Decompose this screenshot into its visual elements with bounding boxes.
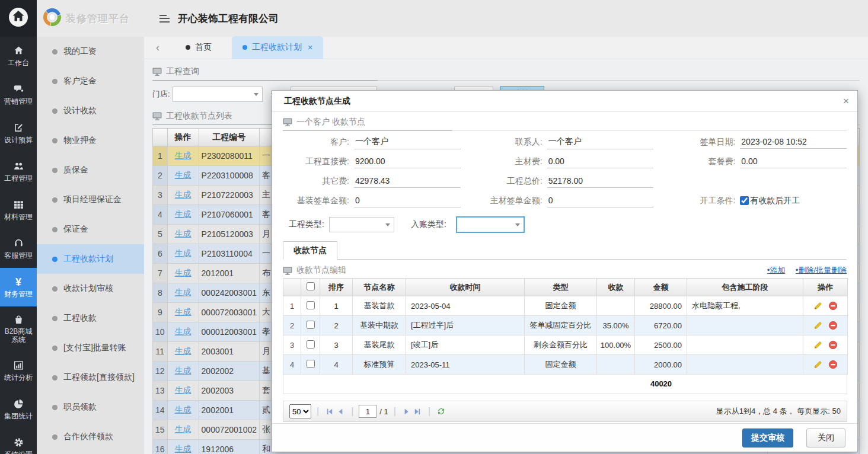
generate-link[interactable]: 生成 (175, 327, 192, 336)
submit-review-button[interactable]: 提交审核 (742, 429, 793, 447)
field-label: 主材签单金额: (476, 196, 542, 206)
generate-link[interactable]: 生成 (175, 366, 192, 375)
tabs-back-chevron[interactable]: ‹ (150, 36, 165, 59)
select-all-checkbox[interactable] (307, 282, 315, 290)
edit-icon[interactable] (813, 360, 822, 369)
sidebar-item[interactable]: 合作伙伴领款 (37, 422, 144, 452)
sidebar-item[interactable]: 物业押金 (37, 126, 144, 155)
sidebar-item[interactable]: [支付宝]批量转账 (37, 333, 144, 363)
row-checkbox[interactable] (307, 340, 315, 349)
generate-link[interactable]: 生成 (175, 346, 192, 356)
delete-icon[interactable] (828, 321, 838, 330)
start-condition-checkbox[interactable] (740, 196, 749, 205)
action-cell: 生成 (167, 205, 199, 225)
tab-home[interactable]: 首页 (175, 36, 222, 59)
edit-icon[interactable] (813, 301, 822, 311)
sidebar-item[interactable]: 项目经理保证金 (37, 185, 144, 215)
column-header: 包含施工阶段 (687, 279, 803, 296)
row-checkbox[interactable] (307, 321, 315, 329)
rail-item-users[interactable]: 工程管理 (0, 152, 37, 191)
delete-link[interactable]: •删除/批量删除 (796, 266, 847, 274)
stage-cell (687, 355, 803, 375)
generate-link[interactable]: 生成 (175, 424, 192, 434)
page-size-select[interactable]: 50 (289, 404, 311, 418)
row-checkbox[interactable] (307, 301, 315, 309)
generate-link[interactable]: 生成 (175, 151, 192, 160)
pager-first-button[interactable] (324, 406, 335, 417)
generate-link[interactable]: 生成 (175, 209, 192, 219)
generate-link[interactable]: 生成 (175, 307, 192, 316)
customer-legend: 一个客户 收款节点 (283, 117, 847, 131)
edit-icon[interactable] (813, 321, 822, 330)
chart-icon (13, 360, 24, 371)
generate-link[interactable]: 生成 (175, 385, 192, 395)
action-cell: 生成 (167, 186, 199, 205)
refresh-icon (436, 407, 446, 416)
account-type-select[interactable] (456, 216, 525, 233)
generate-link[interactable]: 生成 (175, 190, 192, 199)
field-label: 开工条件: (669, 196, 735, 206)
rail-item-gear[interactable]: 系统设置 (0, 429, 37, 454)
rail-item-grid[interactable]: 材料管理 (0, 191, 37, 229)
project-code-cell: 2003001 (199, 342, 259, 362)
sidebar-item[interactable]: 我的工资 (37, 37, 144, 66)
amount-cell: 2000.00 (635, 355, 687, 375)
generate-link[interactable]: 生成 (175, 248, 192, 258)
modal-close-icon[interactable]: × (843, 96, 849, 106)
generate-link[interactable]: 生成 (175, 268, 192, 277)
generate-link[interactable]: 生成 (175, 405, 192, 414)
delete-icon[interactable] (828, 360, 838, 369)
rail-item-pie[interactable]: 集团统计 (0, 390, 37, 429)
delete-icon[interactable] (828, 301, 838, 311)
pager-prev-button[interactable] (335, 406, 346, 417)
sidebar-item[interactable]: 工程收款 (37, 303, 144, 333)
sidebar-item[interactable]: 职员领款 (37, 392, 144, 422)
close-button[interactable]: 关闭 (806, 429, 845, 447)
refresh-button[interactable] (436, 406, 446, 417)
headset-icon (13, 238, 24, 249)
tab-payment-plan[interactable]: 工程收款计划 × (232, 36, 323, 59)
project-code-cell: P2203100008 (199, 166, 259, 186)
pager-last-button[interactable] (412, 406, 423, 417)
rail-item-yen[interactable]: ¥财务管理 (0, 268, 37, 306)
tab-payment-nodes[interactable]: 收款节点 (283, 241, 337, 260)
store-select[interactable] (173, 87, 263, 102)
delete-icon[interactable] (828, 340, 838, 350)
row-checkbox[interactable] (307, 360, 315, 368)
app-logo[interactable] (0, 0, 37, 37)
page-input[interactable] (359, 405, 376, 418)
tab-close-icon[interactable]: × (308, 43, 312, 52)
rail-item-headset[interactable]: 客服管理 (0, 229, 37, 268)
rail-item-chart[interactable]: 统计分析 (0, 351, 37, 390)
generate-link[interactable]: 生成 (175, 444, 192, 453)
bullet-icon (52, 286, 58, 292)
bullet-icon (52, 405, 58, 410)
rail-item-bag[interactable]: B2B商城系统 (0, 306, 37, 351)
generate-link[interactable]: 生成 (175, 229, 192, 238)
edit-icon[interactable] (813, 340, 822, 350)
total-row: 40020 (283, 375, 847, 394)
generate-link[interactable]: 生成 (175, 287, 192, 297)
sidebar-item[interactable]: 客户定金 (37, 66, 144, 96)
rail-item-chat[interactable]: 营销管理 (0, 75, 37, 114)
sidebar-item[interactable]: 质保金 (37, 155, 144, 185)
query-section-legend: 工程查询 (152, 66, 860, 81)
generate-link[interactable]: 生成 (175, 170, 192, 180)
project-type-select[interactable] (329, 217, 394, 232)
row-number: 2 (283, 316, 301, 335)
menu-toggle-icon[interactable] (159, 15, 170, 23)
sidebar-item[interactable]: 保证金 (37, 215, 144, 244)
sidebar-item[interactable]: 工程收款计划 (37, 244, 144, 274)
project-code-cell: P2107060001 (199, 205, 259, 225)
sidebar-menu: 我的工资客户定金设计收款物业押金质保金项目经理保证金保证金工程收款计划收款计划审… (37, 37, 144, 452)
add-link[interactable]: •添加 (767, 266, 786, 274)
sidebar-item[interactable]: 工程领款[直接领款] (37, 363, 144, 392)
sidebar-item[interactable]: 设计收款 (37, 96, 144, 126)
rail-item-home[interactable]: 工作台 (0, 37, 37, 75)
rail-item-edit[interactable]: 设计预算 (0, 114, 37, 152)
pie-icon (13, 399, 24, 410)
sidebar-item[interactable]: 收款计划审核 (37, 274, 144, 303)
bullet-icon (52, 138, 58, 143)
field-label: 主材费: (476, 156, 542, 167)
pager-next-button[interactable] (401, 406, 412, 417)
